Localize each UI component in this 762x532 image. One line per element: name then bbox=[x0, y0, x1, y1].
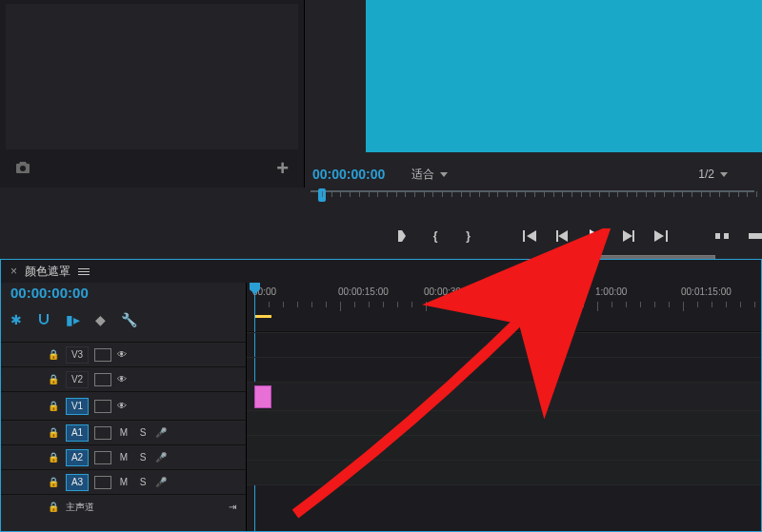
chevron-down-icon bbox=[720, 172, 728, 177]
track-master[interactable]: 🔒 主声道 ⇥ bbox=[1, 494, 246, 519]
close-tab-icon[interactable]: × bbox=[10, 265, 17, 278]
mic-icon[interactable]: 🎤 bbox=[155, 452, 167, 463]
track-v1[interactable]: 🔒 V1 👁 bbox=[1, 391, 246, 420]
step-back-icon[interactable] bbox=[555, 228, 570, 244]
track-header-panel: 00:00:00:00 ✱ ▮▸ ◆ 🔧 🔒 V3 👁 🔒 V2 bbox=[1, 283, 247, 531]
marker-tool-icon[interactable]: ◆ bbox=[95, 312, 106, 327]
camera-icon[interactable] bbox=[15, 161, 30, 177]
linked-selection-icon[interactable]: ▮▸ bbox=[66, 312, 80, 327]
mark-in-icon[interactable] bbox=[395, 228, 410, 244]
track-label-a2[interactable]: A2 bbox=[66, 449, 89, 466]
track-row-v1[interactable] bbox=[247, 382, 761, 410]
go-to-in-icon[interactable] bbox=[522, 228, 536, 244]
mute-toggle[interactable]: M bbox=[117, 477, 130, 487]
fit-dropdown[interactable]: 适合 bbox=[411, 167, 448, 183]
source-monitor bbox=[6, 4, 298, 156]
eye-icon[interactable]: 👁 bbox=[117, 401, 127, 411]
snap-tool-icon[interactable]: ✱ bbox=[10, 312, 22, 327]
lock-icon[interactable]: 🔒 bbox=[47, 401, 60, 411]
track-a2[interactable]: 🔒 A2 M S 🎤 bbox=[1, 444, 246, 469]
solo-toggle[interactable]: S bbox=[136, 452, 150, 463]
ruler-label: 00:00:15:00 bbox=[338, 286, 424, 297]
svg-rect-1 bbox=[724, 233, 729, 239]
mic-icon[interactable]: 🎤 bbox=[155, 477, 167, 487]
timeline-tracks-area[interactable]: 00:0000:00:15:0000:00:30:0000:00:45:001:… bbox=[247, 283, 761, 531]
sync-lock-icon[interactable] bbox=[94, 348, 111, 362]
sync-lock-icon[interactable] bbox=[94, 373, 111, 386]
solo-toggle[interactable]: S bbox=[136, 427, 150, 438]
lock-icon[interactable]: 🔒 bbox=[47, 349, 60, 360]
program-panel: 00:00:00:00 适合 1/2 bbox=[305, 0, 762, 187]
mute-toggle[interactable]: M bbox=[117, 427, 130, 438]
timeline-panel: × 颜色遮罩 00:00:00:00 ✱ ▮▸ ◆ 🔧 🔒 V3 👁 bbox=[0, 259, 762, 532]
track-label-a1[interactable]: A1 bbox=[66, 424, 89, 442]
go-to-out-icon[interactable] bbox=[654, 228, 669, 244]
mic-icon[interactable]: 🎤 bbox=[155, 427, 167, 438]
source-panel: 00;00;00;00 + bbox=[0, 0, 305, 187]
fit-label: 适合 bbox=[411, 167, 434, 183]
track-label-v2[interactable]: V2 bbox=[66, 371, 89, 388]
ruler-label: 00:01:15:00 bbox=[681, 286, 761, 297]
track-v2[interactable]: 🔒 V2 👁 bbox=[1, 366, 246, 391]
track-row-v2[interactable] bbox=[247, 357, 761, 382]
transport-bar: { } bbox=[305, 221, 762, 251]
track-row-master[interactable] bbox=[247, 484, 761, 509]
program-scrubber[interactable] bbox=[311, 190, 754, 215]
track-label-v1[interactable]: V1 bbox=[66, 398, 89, 415]
cursor-icon bbox=[592, 236, 606, 253]
track-row-a1[interactable] bbox=[247, 410, 761, 435]
panel-menu-icon[interactable] bbox=[78, 268, 90, 275]
sync-lock-icon[interactable] bbox=[94, 426, 111, 440]
eye-icon[interactable]: 👁 bbox=[117, 349, 127, 360]
sync-lock-icon[interactable] bbox=[94, 400, 111, 413]
svg-rect-0 bbox=[715, 233, 720, 239]
track-label-v3[interactable]: V3 bbox=[66, 346, 89, 364]
sync-lock-icon[interactable] bbox=[94, 451, 111, 464]
track-a1[interactable]: 🔒 A1 M S 🎤 bbox=[1, 420, 246, 444]
extract-icon[interactable] bbox=[748, 228, 762, 244]
video-clip[interactable] bbox=[254, 385, 271, 408]
ruler-label: 1:00:00 bbox=[595, 286, 681, 297]
expand-icon[interactable]: ⇥ bbox=[229, 502, 236, 512]
track-row-a3[interactable] bbox=[247, 460, 761, 484]
track-label-a3[interactable]: A3 bbox=[66, 474, 89, 491]
lock-icon[interactable]: 🔒 bbox=[47, 477, 60, 487]
master-label: 主声道 bbox=[66, 501, 123, 514]
chevron-down-icon bbox=[440, 172, 448, 177]
timeline-timecode[interactable]: 00:00:00:00 bbox=[10, 285, 89, 301]
lock-icon[interactable]: 🔒 bbox=[47, 427, 60, 438]
track-a3[interactable]: 🔒 A3 M S 🎤 bbox=[1, 469, 246, 494]
eye-icon[interactable]: 👁 bbox=[117, 374, 127, 384]
lock-icon[interactable]: 🔒 bbox=[47, 374, 60, 384]
track-v3[interactable]: 🔒 V3 👁 bbox=[1, 342, 246, 366]
lift-icon[interactable] bbox=[715, 228, 730, 244]
svg-rect-2 bbox=[749, 233, 762, 239]
scale-dropdown[interactable]: 1/2 bbox=[698, 167, 728, 181]
work-area-bar[interactable] bbox=[254, 315, 271, 318]
wrench-tool-icon[interactable]: 🔧 bbox=[121, 312, 137, 327]
sync-lock-icon[interactable] bbox=[94, 476, 111, 489]
lock-icon[interactable]: 🔒 bbox=[47, 452, 60, 463]
scale-label: 1/2 bbox=[698, 167, 714, 181]
lock-icon[interactable]: 🔒 bbox=[47, 502, 60, 512]
bracket-out-icon[interactable]: } bbox=[461, 228, 475, 244]
program-timecode[interactable]: 00:00:00:00 bbox=[312, 167, 385, 182]
ruler-label: 00:00 bbox=[252, 286, 338, 297]
program-monitor[interactable] bbox=[366, 0, 762, 152]
sequence-title[interactable]: 颜色遮罩 bbox=[25, 264, 70, 280]
ruler-label: 00:00:45:00 bbox=[510, 286, 595, 297]
timeline-ruler[interactable]: 00:0000:00:15:0000:00:30:0000:00:45:001:… bbox=[247, 283, 761, 332]
step-forward-icon[interactable] bbox=[621, 228, 635, 244]
add-icon[interactable]: + bbox=[276, 156, 289, 181]
mute-toggle[interactable]: M bbox=[117, 452, 130, 463]
magnet-tool-icon[interactable] bbox=[37, 312, 50, 328]
track-row-v3[interactable] bbox=[247, 332, 761, 357]
track-row-a2[interactable] bbox=[247, 435, 761, 460]
bracket-in-icon[interactable]: { bbox=[429, 228, 443, 244]
solo-toggle[interactable]: S bbox=[136, 477, 150, 487]
ruler-label: 00:00:30:00 bbox=[424, 286, 510, 297]
